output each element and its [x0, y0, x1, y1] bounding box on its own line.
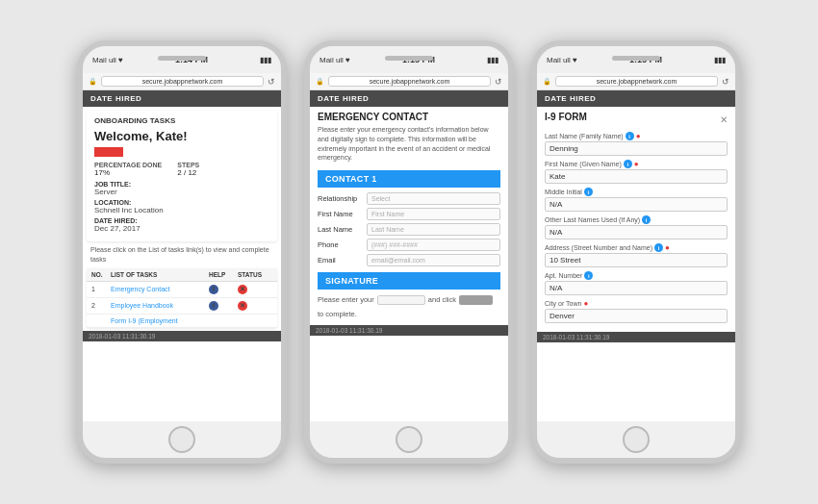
p3-field-apt: Apt. Number i N/A	[545, 271, 728, 295]
required-marker: ●	[665, 243, 670, 252]
status-left-2: Mail ull ♥	[320, 56, 350, 64]
phone-3: Mail ull ♥ 1:15 PM ▮▮▮ 🔒 secure.jobappne…	[531, 40, 741, 464]
p1-section-title: ONBOARDING TASKS	[94, 116, 269, 125]
p1-percentage: PERCENTAGE DONE 17%	[94, 162, 162, 177]
refresh-3[interactable]: ↺	[722, 77, 729, 87]
browser-bar-2: 🔒 secure.jobappnetwork.com ↺	[310, 73, 508, 90]
status-left-1: Mail ull ♥	[92, 56, 123, 64]
p2-field-email: Email email@email.com	[318, 254, 500, 266]
p2-timestamp: 2018-01-03 11:31:30.19	[310, 325, 508, 336]
phone-bottom-3	[537, 421, 735, 458]
p1-job-title: JOB TITLE: Server	[94, 181, 269, 196]
middle-field[interactable]: N/A	[545, 197, 728, 212]
p3-field-address: Address (Street Number and Name) i ● 10 …	[545, 243, 728, 267]
screen-2: 🔒 secure.jobappnetwork.com ↺ DATE HIRED …	[310, 73, 508, 421]
refresh-2[interactable]: ↺	[495, 77, 502, 87]
phone-bottom-2	[310, 421, 508, 458]
info-icon: i	[584, 271, 593, 280]
apt-field[interactable]: N/A	[545, 281, 728, 295]
p2-signature-section: SIGNATURE	[318, 272, 500, 290]
p3-field-lastname: Last Name (Family Name) i ● Denning	[545, 132, 728, 156]
p1-steps: STEPS 2 / 12	[177, 162, 199, 177]
p1-stats: PERCENTAGE DONE 17% STEPS 2 / 12	[94, 162, 269, 177]
refresh-1[interactable]: ↺	[268, 77, 275, 87]
phone-bottom-1	[83, 421, 281, 458]
lock-icon-2: 🔒	[316, 78, 324, 86]
home-button-1[interactable]	[168, 426, 195, 453]
lock-icon-3: 🔒	[543, 78, 551, 86]
city-field[interactable]: Denver	[545, 309, 728, 323]
firstname-input[interactable]: First Name	[367, 208, 500, 220]
p1-header: DATE HIRED	[83, 90, 281, 107]
phone-1: Mail ull ♥ 1:14 PM ▮▮▮ 🔒 secure.jobappne…	[77, 40, 287, 464]
url-3[interactable]: secure.jobappnetwork.com	[555, 76, 718, 87]
p2-signature-text: Please enter your and click to complete.	[318, 294, 500, 320]
status-icons-2: ▮▮▮	[487, 56, 498, 64]
home-button-3[interactable]	[623, 426, 650, 453]
lastname-input[interactable]: Last Name	[367, 223, 500, 236]
p3-form-title: I-9 FORM	[545, 112, 587, 122]
url-1[interactable]: secure.jobappnetwork.com	[101, 76, 264, 87]
status-icons-1: ▮▮▮	[260, 56, 271, 64]
relationship-input[interactable]: Select	[367, 192, 500, 205]
required-marker: ●	[634, 160, 639, 168]
p3-field-city: City or Town ● Denver	[545, 299, 728, 323]
phone-2: Mail ull ♥ 1:15 PM ▮▮▮ 🔒 secure.jobappne…	[304, 40, 514, 464]
p3-field-firstname: First Name (Given Name) i ● Kate	[545, 160, 728, 184]
p2-contact-section: CONTACT 1	[318, 170, 500, 188]
p1-timestamp: 2018-01-03 11:31:30.19	[83, 331, 281, 341]
fb-icon: f	[209, 285, 218, 294]
p2-form-title: EMERGENCY CONTACT	[318, 112, 500, 122]
address-field[interactable]: 10 Street	[545, 253, 728, 267]
table-row: 1 Emergency Contact f ✕	[87, 282, 277, 298]
screen-content-1: DATE HIRED ONBOARDING TASKS Welcome, Kat…	[83, 90, 281, 421]
browser-bar-3: 🔒 secure.jobappnetwork.com ↺	[537, 73, 735, 90]
p2-field-phone: Phone (###) ###-####	[318, 239, 500, 251]
status-icons-3: ▮▮▮	[714, 56, 726, 64]
sig-button[interactable]	[459, 295, 493, 305]
p2-field-relationship: Relationship Select	[318, 192, 500, 205]
p1-note: Please click on the List of tasks link(s…	[90, 245, 273, 265]
p3-body: I-9 FORM ✕ Last Name (Family Name) i ● D…	[537, 107, 735, 332]
screen-content-3: DATE HIRED I-9 FORM ✕ Last Name (Family …	[537, 90, 735, 421]
x-icon: ✕	[238, 301, 247, 311]
sig-input[interactable]	[377, 295, 425, 305]
screen-content-2: DATE HIRED EMERGENCY CONTACT Please ente…	[310, 90, 508, 421]
p3-field-middle: Middle Initial i N/A	[545, 188, 728, 212]
phone-input[interactable]: (###) ###-####	[367, 239, 500, 251]
info-icon: i	[624, 160, 632, 168]
p2-field-lastname: Last Name Last Name	[318, 223, 500, 236]
p1-onboarding: ONBOARDING TASKS Welcome, Kate! PERCENTA…	[87, 111, 277, 241]
p2-field-firstname: First Name First Name	[318, 208, 500, 220]
p1-task-table: NO. LIST OF TASKS HELP STATUS 1 Emergenc…	[87, 268, 277, 328]
close-icon[interactable]: ✕	[720, 114, 728, 125]
table-row: 2 Employee Handbook f ✕	[87, 298, 277, 315]
info-icon: i	[642, 215, 651, 224]
lastname-field[interactable]: Denning	[545, 141, 728, 156]
fb-icon: f	[209, 301, 218, 311]
info-icon: i	[626, 132, 634, 140]
p3-field-other-names: Other Last Names Used (If Any) i N/A	[545, 215, 728, 239]
p2-body: EMERGENCY CONTACT Please enter your emer…	[310, 107, 508, 325]
firstname-field[interactable]: Kate	[545, 169, 728, 184]
status-left-3: Mail ull ♥	[547, 56, 577, 64]
url-2[interactable]: secure.jobappnetwork.com	[328, 76, 491, 87]
screen-1: 🔒 secure.jobappnetwork.com ↺ DATE HIRED …	[83, 73, 281, 421]
browser-bar-1: 🔒 secure.jobappnetwork.com ↺	[83, 73, 281, 90]
p2-header: DATE HIRED	[310, 90, 508, 107]
p2-description: Please enter your emergency contact's in…	[318, 125, 500, 163]
lock-icon-1: 🔒	[89, 78, 97, 86]
p1-location: LOCATION: Schnell Inc Location	[94, 199, 269, 214]
p1-table-header: NO. LIST OF TASKS HELP STATUS	[87, 268, 277, 282]
screen-3: 🔒 secure.jobappnetwork.com ↺ DATE HIRED …	[537, 73, 735, 421]
other-names-field[interactable]: N/A	[545, 225, 728, 239]
required-marker: ●	[636, 132, 641, 140]
info-icon: i	[584, 188, 593, 196]
email-input[interactable]: email@email.com	[367, 254, 500, 266]
x-icon: ✕	[238, 285, 247, 294]
table-row: Form I-9 (Employment	[87, 315, 277, 328]
home-button-2[interactable]	[396, 426, 422, 453]
p3-timestamp: 2018-01-03 11:31:30.19	[537, 332, 735, 342]
required-marker: ●	[583, 299, 588, 308]
p1-welcome: Welcome, Kate!	[94, 129, 269, 143]
